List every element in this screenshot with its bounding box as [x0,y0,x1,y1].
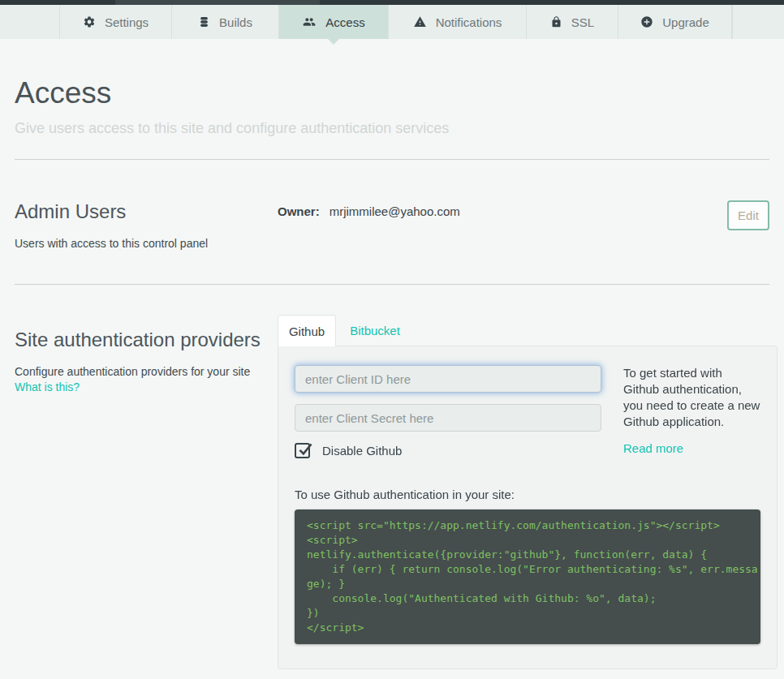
people-icon [302,15,317,28]
tab-label: Notifications [436,15,502,29]
auth-providers-panel-area: Github Bitbucket Disable Github [278,315,778,669]
admin-users-title: Admin Users [15,200,278,223]
auth-providers-description: Configure authentication providers for y… [15,364,278,380]
tab-upgrade[interactable]: Upgrade [618,5,732,39]
tabbar-spacer [732,5,784,39]
provider-tabs: Github Bitbucket [278,315,778,346]
github-provider-panel: Disable Github To get started with Githu… [278,346,778,669]
auth-providers-title: Site authentication providers [15,329,278,351]
auth-code-snippet: <script src="https://app.netlify.com/aut… [295,509,760,644]
warning-icon [413,15,427,28]
tab-label: SSL [571,15,594,29]
what-is-this-link[interactable]: What is this? [15,380,80,393]
edit-admin-users-button[interactable]: Edit [727,200,769,230]
github-getting-started-text: To get started with Github authenticatio… [623,366,760,428]
page-subtitle: Give users access to this site and confi… [15,120,778,137]
disable-github-row: Disable Github [295,443,601,458]
owner-info: Owner:mrjimmilee@yahoo.com [278,200,460,218]
auth-providers-intro: Site authentication providers Configure … [15,315,278,394]
tab-access[interactable]: Access [279,5,389,39]
read-more-link[interactable]: Read more [623,440,683,457]
tab-builds[interactable]: Builds [172,5,279,39]
tab-settings[interactable]: Settings [60,5,172,39]
github-help-text: To get started with Github authenticatio… [623,365,760,458]
stack-icon [198,15,210,28]
client-secret-input[interactable] [295,404,601,432]
owner-email: mrjimmilee@yahoo.com [330,204,460,218]
tab-label: Builds [219,15,252,29]
lock-icon [550,15,562,28]
client-id-input[interactable] [295,365,601,393]
tab-label: Access [325,15,364,29]
admin-users-section: Admin Users Users with access to this co… [15,160,778,284]
page-content: Access Give users access to this site an… [0,76,784,669]
page-title: Access [15,76,778,110]
auth-providers-section: Site authentication providers Configure … [15,285,778,669]
tab-bitbucket[interactable]: Bitbucket [336,315,414,346]
tab-notifications[interactable]: Notifications [389,5,527,39]
tabbar-spacer [0,5,60,39]
plus-circle-icon [640,15,653,28]
admin-users-description: Users with access to this control panel [15,236,278,252]
site-settings-tabbar: Settings Builds Access Notifications SSL… [0,5,784,39]
disable-github-checkbox[interactable] [295,443,310,458]
owner-label: Owner: [278,204,320,218]
gear-icon [83,15,96,28]
admin-users-intro: Admin Users Users with access to this co… [15,200,278,251]
tab-github[interactable]: Github [278,315,336,346]
github-form-row: Disable Github To get started with Githu… [295,365,760,458]
tab-label: Settings [105,15,149,29]
tab-ssl[interactable]: SSL [527,5,618,39]
checkmark-icon [297,441,314,458]
usage-intro-text: To use Github authentication in your sit… [295,488,760,501]
tab-label: Upgrade [662,15,709,29]
github-form: Disable Github [295,365,601,458]
disable-github-label: Disable Github [322,444,402,458]
